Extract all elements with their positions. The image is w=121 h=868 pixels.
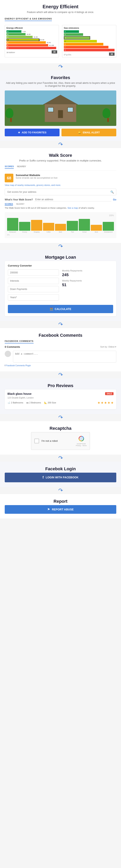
- energy-row-d-active: D 61-80: [6, 38, 57, 41]
- walkscore-map-link[interactable]: View map of nearby restaurants, grocery …: [5, 184, 116, 186]
- energy-row-g: G: [6, 47, 57, 49]
- property-image: [5, 91, 116, 126]
- favorites-buttons: ★ ADD TO FAVORITES 🔔 EMAIL ALERT: [5, 129, 116, 136]
- report-abuse-button[interactable]: ⚑ REPORT ABUSE: [5, 505, 116, 514]
- arrow-4: ↷: [0, 322, 121, 327]
- add-to-favorites-button[interactable]: ★ ADD TO FAVORITES: [5, 129, 59, 136]
- house-window-right: [67, 107, 73, 112]
- bar-grocery: Grocery: [19, 222, 30, 233]
- walkscore-search-input[interactable]: [7, 191, 110, 193]
- energy-panel-1-title: Energy efficient: [6, 27, 57, 29]
- pro-reviews-section: Pro Reviews Black glass house SALE 123 D…: [0, 378, 121, 414]
- mortgage-card: Currency Converter Monthly Repayments: [5, 261, 116, 316]
- bar-restaurant: Restaurant: [7, 218, 18, 233]
- favorites-subtitle: Add any listing you want to your Favorit…: [5, 82, 116, 87]
- fb-user-avatar: [5, 351, 11, 357]
- favorites-title: Favorites: [5, 75, 116, 80]
- gas-row-f: F: [64, 46, 115, 49]
- energy-title: Energy Efficient: [5, 4, 116, 9]
- facebook-login-title: Facebok Login: [5, 466, 116, 471]
- calculate-button[interactable]: 🧮 CALCULATE: [8, 305, 113, 313]
- walkscore-address-input[interactable]: [34, 198, 111, 202]
- energy-row-e: E 81-91: [6, 41, 57, 44]
- mortgage-field-interests: [8, 278, 59, 284]
- walkscore-map-anchor[interactable]: See a map: [67, 207, 78, 209]
- review-size: 📐 200 Size: [44, 401, 56, 404]
- tab-scores[interactable]: SCORES: [5, 165, 14, 169]
- mortgage-downpayment-input[interactable]: [8, 286, 59, 292]
- mortgage-field-amount: [8, 270, 59, 276]
- facebook-comments-section: Facebook Comments FACEBOOK COMMENTS 0 Co…: [0, 328, 121, 371]
- bar-school: School: [79, 219, 90, 233]
- favorites-section: Favorites Add any listing you want to yo…: [0, 70, 121, 141]
- review-sale-badge: SALE: [105, 392, 114, 395]
- recaptcha-svg: [78, 435, 84, 442]
- energy-subtitle: Feature which will allow to compare up t…: [5, 11, 116, 13]
- facebook-icon: f: [5, 365, 5, 367]
- recaptcha-logo-text: reCAPTCHAPrivacy - Terms: [76, 443, 87, 446]
- energy-panel-2: Gas emissions A B C D E F G: [62, 25, 116, 57]
- arrow-8: ↷: [0, 488, 121, 493]
- bar-book: Book: [91, 225, 102, 233]
- mortgage-layout: Monthly Repayments 245 Weekly Repayments…: [8, 270, 113, 303]
- house-roof: [43, 95, 78, 105]
- mortgage-amount-input[interactable]: [8, 270, 59, 276]
- search-icon: 🔍: [110, 190, 114, 193]
- email-alert-button[interactable]: 🔔 EMAIL ALERT: [62, 129, 116, 136]
- energy-row-c: C 31-60: [6, 36, 57, 38]
- bar-shopping: Shopping: [31, 220, 42, 233]
- walkscore-go-button[interactable]: Go: [113, 198, 116, 201]
- house-window-left: [48, 107, 54, 112]
- size-icon: 📐: [44, 401, 47, 404]
- energy-row-f: F 91-100: [6, 44, 57, 46]
- fb-comment-textarea[interactable]: [13, 351, 116, 363]
- recaptcha-logo-icon: [76, 435, 87, 443]
- star-icon: ★: [18, 131, 20, 134]
- arrow-5: ↷: [0, 372, 121, 378]
- star-1: ★: [97, 401, 100, 405]
- walkscore-score-circle: 68: [5, 174, 13, 182]
- walkscore-subtitle: Prefix or Suffix currency supported. Pri…: [5, 159, 116, 162]
- fb-plugin-link[interactable]: f Facebook Comments Plugin: [5, 365, 116, 367]
- mortgage-field-downpayment: [8, 286, 59, 292]
- walkscore-score-box: 68 Somewhat Walkable Some errands can be…: [5, 174, 116, 182]
- gas-row-c-active: C: [64, 36, 115, 39]
- gas-row-b: B: [64, 33, 115, 36]
- facebook-comments-title: Facebook Comments: [5, 333, 116, 338]
- mortgage-inputs: [8, 270, 59, 303]
- fb-comment-box: [5, 351, 116, 363]
- monthly-repayments-label: Monthly Repayments: [62, 270, 113, 272]
- gas-row-d: D: [64, 40, 115, 42]
- fb-comments-header-label: FACEBOOK COMMENTS: [5, 340, 34, 343]
- house-tree-right: [106, 108, 110, 122]
- walkscore-chart-container: 100% Restaurant Grocery Shopping Coffee …: [5, 212, 116, 238]
- walkscore-title: Walk Score: [5, 153, 116, 158]
- arrow-7: ↷: [0, 455, 121, 461]
- mortgage-interests-input[interactable]: [8, 278, 59, 284]
- mortgage-years-input[interactable]: [8, 294, 59, 301]
- facebook-login-button[interactable]: f LOGIN WITH FACEBOOK: [5, 473, 116, 482]
- house-tree-left: [9, 108, 13, 122]
- walkscore-score-info: Somewhat Walkable Some errands can be ac…: [16, 174, 57, 179]
- gas-row-g: G: [64, 49, 115, 51]
- bar-entertainment: Entertainment: [103, 222, 114, 233]
- energy-panel-2-footer: 27 g CO₂: [64, 54, 71, 56]
- weekly-repayments-label: Weekly Repayments: [62, 279, 113, 282]
- recaptcha-checkbox-area: I'm not a robot: [34, 439, 58, 443]
- fb-meta: 0 Comments Sort by: Oldest ▾: [5, 345, 116, 348]
- star-4: ★: [108, 401, 110, 405]
- facebook-login-section: Facebok Login f LOGIN WITH FACEBOOK: [0, 462, 121, 487]
- review-address: 123 Double Eighth, London: [7, 397, 114, 399]
- energy-panels: Energy efficient A 1-15 B 16-30 C 31-60 …: [5, 25, 116, 57]
- weekly-repayments-value: 51: [62, 283, 113, 287]
- score-tab-nearby[interactable]: NEARBY: [16, 203, 24, 206]
- walkscore-score-label: Somewhat Walkable: [16, 174, 57, 177]
- arrow-6: ↷: [0, 415, 121, 420]
- energy-section: Energy Efficient Feature which will allo…: [0, 0, 121, 63]
- recaptcha-checkbox[interactable]: [34, 439, 39, 443]
- recaptcha-title: Recaptcha: [5, 426, 116, 431]
- walkscore-what-score: What's Your Walk Score? Go: [5, 198, 116, 202]
- score-tab-scores[interactable]: SCORES: [5, 203, 13, 206]
- energy-row-a: A 1-15: [6, 30, 57, 33]
- tab-nearby[interactable]: NEARBY: [17, 165, 26, 169]
